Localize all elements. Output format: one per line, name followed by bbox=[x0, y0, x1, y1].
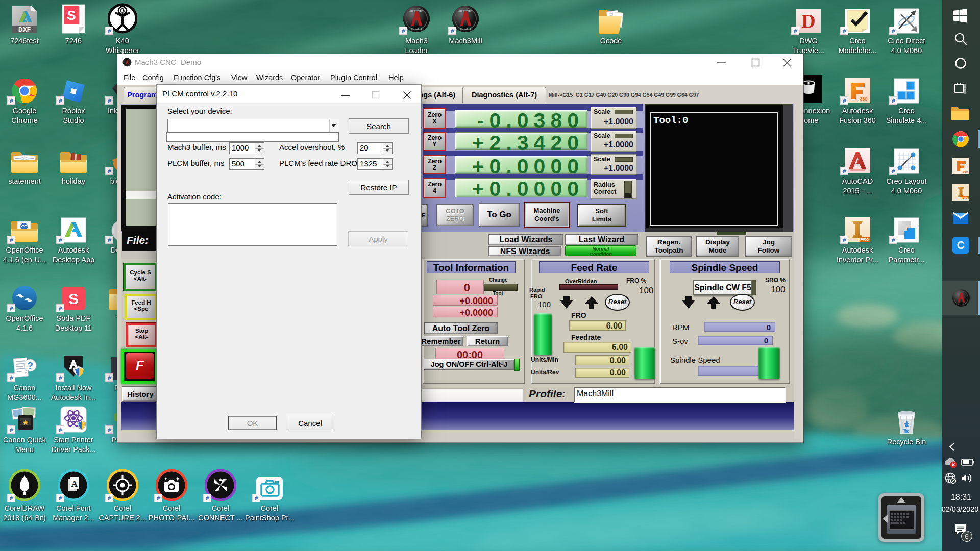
svg-text:PRO: PRO bbox=[962, 196, 969, 199]
svg-text:S: S bbox=[67, 8, 76, 23]
svg-text:MACH3: MACH3 bbox=[460, 27, 471, 30]
svg-text:DXF: DXF bbox=[18, 26, 31, 33]
svg-text:D: D bbox=[801, 10, 815, 32]
svg-text:PRO: PRO bbox=[860, 237, 869, 242]
svg-text:S: S bbox=[68, 290, 79, 307]
svg-text:360: 360 bbox=[963, 170, 968, 173]
svg-text:360: 360 bbox=[860, 96, 867, 102]
svg-text:MACH3: MACH3 bbox=[411, 27, 422, 30]
svg-text:?: ? bbox=[27, 360, 33, 371]
svg-text:A: A bbox=[71, 479, 78, 489]
